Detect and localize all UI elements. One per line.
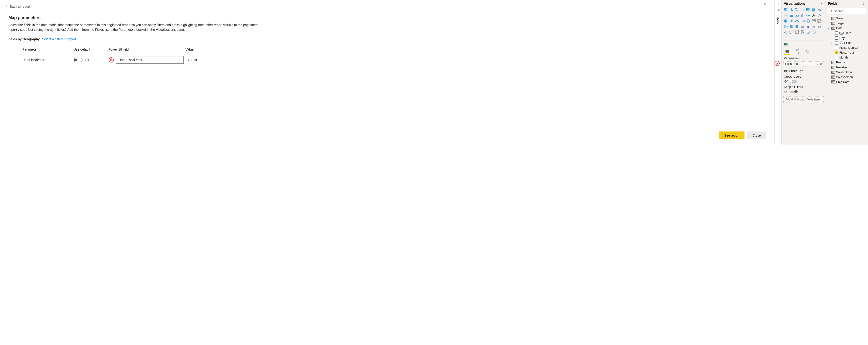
filled-map-icon[interactable] <box>795 24 800 29</box>
select-different-report-link[interactable]: Select a different report <box>42 37 76 41</box>
filter-funnel-icon[interactable] <box>763 1 767 6</box>
chevron-down-icon[interactable]: ⌄ <box>816 62 818 65</box>
svg-rect-72 <box>797 50 799 51</box>
field-day[interactable]: Day <box>827 35 867 40</box>
area-chart-icon[interactable] <box>789 13 794 18</box>
map-icon[interactable] <box>783 24 788 29</box>
checkbox[interactable] <box>835 31 838 35</box>
checkbox[interactable]: ✓ <box>835 51 838 54</box>
qa-visual-icon[interactable] <box>789 30 794 34</box>
fields-tab-icon[interactable] <box>785 49 790 54</box>
table-date[interactable]: ⌄ Date <box>827 26 867 31</box>
format-tabs <box>781 48 826 55</box>
svg-text:R: R <box>807 25 809 28</box>
table-label: Date <box>836 26 842 30</box>
format-tab-icon[interactable] <box>795 49 800 54</box>
svg-rect-31 <box>812 16 813 17</box>
col-use-default: Use default <box>74 45 108 54</box>
treemap-icon[interactable] <box>789 24 794 29</box>
svg-rect-12 <box>803 8 803 11</box>
donut-icon[interactable] <box>806 19 811 23</box>
table-product[interactable]: › Product <box>827 60 867 65</box>
back-to-report[interactable]: 〈 Back to report <box>0 0 774 12</box>
expand-icon: › <box>828 76 830 79</box>
export-excel-icon[interactable]: x <box>781 42 826 48</box>
svg-rect-1 <box>784 9 786 10</box>
python-visual-icon[interactable]: Py <box>811 24 816 29</box>
custom-visual-icon[interactable] <box>811 30 816 34</box>
svg-rect-84 <box>831 71 835 74</box>
checkbox[interactable] <box>835 41 838 45</box>
svg-rect-78 <box>831 27 835 30</box>
cross-report-toggle[interactable]: Off <box>784 80 823 83</box>
parameter-chip[interactable]: Fiscal Year ⌄ ✕ <box>783 61 824 66</box>
stacked-bar-icon[interactable] <box>783 7 788 12</box>
field-fiscal-year[interactable]: ✓Fiscal Year <box>827 50 867 55</box>
decomposition-tree-icon[interactable] <box>783 30 788 34</box>
filters-collapsed-pane[interactable]: 〈 Filters <box>774 0 781 145</box>
slicer-icon[interactable] <box>800 24 805 29</box>
table-sales-order[interactable]: › Sales Order <box>827 70 867 75</box>
funnel-icon[interactable] <box>789 19 794 23</box>
svg-rect-83 <box>831 66 835 69</box>
powerbi-field-dropdown[interactable]: Date.Fiscal Year ⌄ <box>116 56 184 64</box>
chevron-right-icon[interactable]: 〉 <box>863 1 866 6</box>
arcgis-icon[interactable] <box>806 30 811 34</box>
checkbox[interactable] <box>835 36 838 40</box>
hundred-stacked-column-icon[interactable] <box>811 7 816 12</box>
line-stacked-column-icon[interactable] <box>800 13 805 18</box>
keep-filters-toggle[interactable]: On <box>784 90 823 93</box>
expand-icon: › <box>828 71 830 74</box>
fields-title: Fields <box>828 2 837 5</box>
remove-icon[interactable]: ✕ <box>820 62 822 65</box>
field-month[interactable]: Month <box>827 55 867 60</box>
pie-chart-icon[interactable] <box>783 19 788 23</box>
checkbox[interactable] <box>835 46 838 50</box>
r-visual-icon[interactable]: R <box>806 24 811 29</box>
hundred-stacked-bar-icon[interactable] <box>806 7 811 12</box>
fields-search[interactable]: Search <box>828 8 866 14</box>
field-date[interactable]: A═Date <box>827 31 867 35</box>
paginated-report-icon[interactable] <box>800 30 805 34</box>
waterfall-icon[interactable] <box>811 13 816 18</box>
gauge-icon[interactable] <box>795 19 800 23</box>
table-salesperson[interactable]: › Salesperson <box>827 75 867 80</box>
visualization-gallery: 123 R Py <box>781 7 826 35</box>
visualizations-pane: Visualizations 〉 123 R Py <box>781 0 826 145</box>
checkbox[interactable] <box>835 56 838 59</box>
use-default-toggle[interactable]: Off <box>74 58 89 62</box>
see-report-button[interactable]: See report <box>719 132 744 139</box>
line-column-icon[interactable] <box>817 7 822 12</box>
close-button[interactable]: Close <box>747 132 766 139</box>
chevron-right-icon[interactable]: 〉 <box>820 1 824 6</box>
more-icon[interactable]: ··· <box>769 2 772 6</box>
table-icon <box>831 66 835 69</box>
svg-rect-2 <box>784 10 787 11</box>
multi-row-card-icon[interactable] <box>811 19 816 23</box>
kpi-icon[interactable] <box>817 19 822 23</box>
table-reseller[interactable]: › Reseller <box>827 65 867 70</box>
clustered-column-icon[interactable] <box>800 7 805 12</box>
field-fiscal[interactable]: ›Fiscal <box>827 40 867 45</box>
stacked-column-icon[interactable] <box>789 7 794 12</box>
viz-title: Visualizations <box>784 2 806 5</box>
svg-rect-13 <box>803 9 804 11</box>
smart-narrative-icon[interactable] <box>795 30 800 34</box>
ribbon-chart-icon[interactable] <box>806 13 811 18</box>
clustered-bar-icon[interactable] <box>795 7 800 12</box>
field-fiscal-quarter[interactable]: Fiscal Quarter <box>827 45 867 50</box>
svg-rect-68 <box>786 43 787 45</box>
table-sales[interactable]: › Sales <box>827 16 867 21</box>
table-ship-date[interactable]: › Ship Date <box>827 80 867 84</box>
search-placeholder: Search <box>834 9 843 13</box>
drill-drop-zone[interactable]: Add drill-through fields here <box>783 96 824 103</box>
line-chart-icon[interactable] <box>783 13 788 18</box>
viz-more-icon[interactable]: ··· <box>781 35 826 40</box>
analytics-tab-icon[interactable] <box>805 49 810 54</box>
scatter-icon[interactable] <box>817 13 822 18</box>
key-influencers-icon[interactable] <box>817 24 822 29</box>
table-target[interactable]: › Target <box>827 21 867 26</box>
stacked-area-icon[interactable] <box>795 13 800 18</box>
card-icon[interactable]: 123 <box>800 19 805 23</box>
page-description: Select the fields in the data model that… <box>8 23 258 32</box>
